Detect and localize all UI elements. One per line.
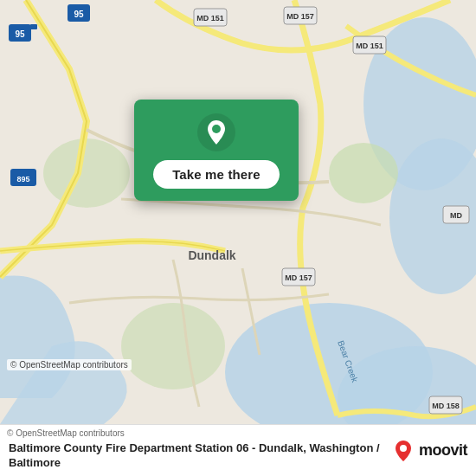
popup-card: Take me there [134,100,299,201]
svg-point-6 [43,138,130,208]
svg-point-5 [329,143,398,203]
svg-text:MD 157: MD 157 [286,12,314,21]
svg-text:Dundalk: Dundalk [188,248,235,262]
moovit-logo: moovit [391,439,467,463]
location-label: Baltimore County Fire Department Station… [9,441,391,471]
svg-point-7 [121,303,225,389]
svg-text:MD: MD [450,211,462,220]
svg-text:895: 895 [16,175,29,183]
map-container: 95 895 MD 151 MD 157 MD 151 MD 157 MD 15… [0,0,476,424]
location-pin-icon [197,113,235,151]
take-me-there-button[interactable]: Take me there [153,160,280,189]
moovit-pin-icon [391,439,415,463]
svg-text:MD 151: MD 151 [196,14,224,23]
osm-attribution: © OpenStreetMap contributors [7,428,125,438]
svg-rect-10 [30,24,37,29]
moovit-brand-text: moovit [419,441,467,460]
osm-credit: © OpenStreetMap contributors [7,359,132,370]
svg-text:95: 95 [74,10,84,19]
svg-text:MD 151: MD 151 [356,42,383,50]
bottom-bar: © OpenStreetMap contributors Baltimore C… [0,424,476,476]
svg-point-31 [400,445,407,452]
svg-text:95: 95 [15,29,25,39]
svg-text:MD 157: MD 157 [285,273,312,282]
svg-point-30 [212,125,221,133]
svg-text:MD 158: MD 158 [432,402,460,410]
